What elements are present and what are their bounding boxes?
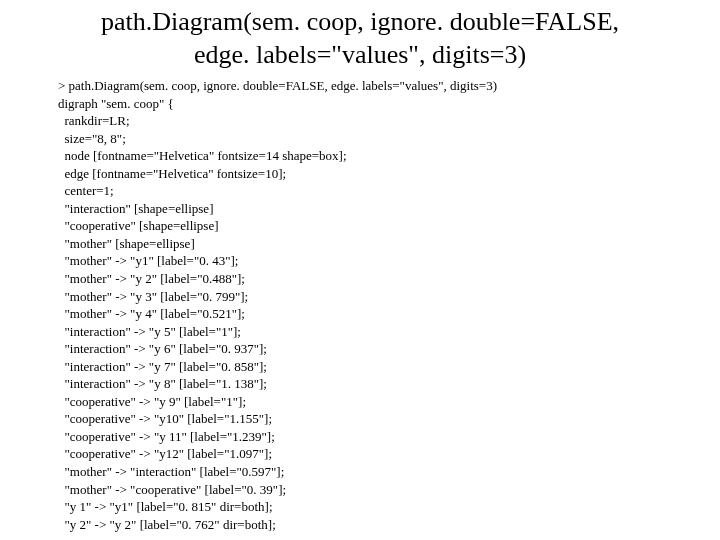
title-line-2: edge. labels="values", digits=3) xyxy=(194,40,526,69)
code-output: > path.Diagram(sem. coop, ignore. double… xyxy=(0,75,720,533)
slide-title: path.Diagram(sem. coop, ignore. double=F… xyxy=(0,0,720,75)
title-line-1: path.Diagram(sem. coop, ignore. double=F… xyxy=(101,7,619,36)
slide: path.Diagram(sem. coop, ignore. double=F… xyxy=(0,0,720,540)
